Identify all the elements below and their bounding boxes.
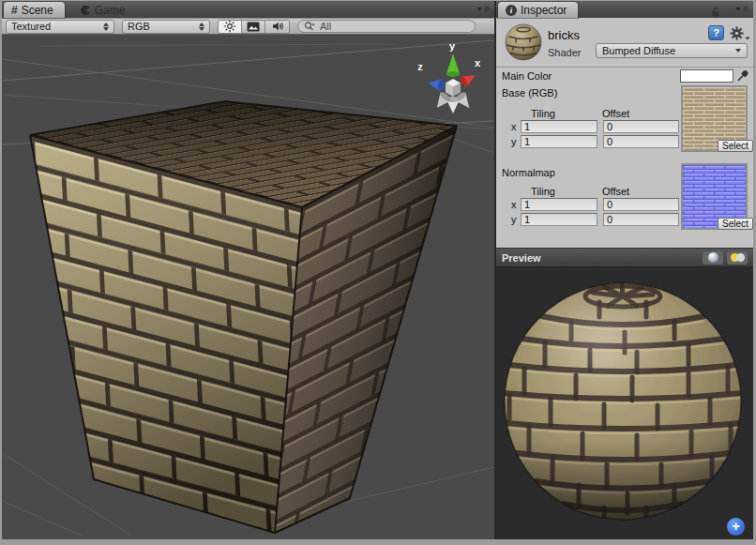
color-mode-value: RGB	[128, 21, 150, 32]
scene-toggle-group	[218, 20, 290, 34]
preview-lighting-button[interactable]	[727, 251, 748, 265]
header-divider	[496, 67, 753, 68]
scene-lighting-button[interactable]	[219, 21, 242, 33]
unity-editor-window: # Scene Game ≡ Textured RGB	[0, 0, 756, 545]
menu-lines-icon: ≡	[484, 5, 489, 14]
chevron-down-icon	[735, 8, 741, 11]
tab-inspector[interactable]: i Inspector	[498, 2, 578, 18]
gizmo-x-label: x	[475, 57, 481, 68]
normal-offset-x-field[interactable]	[603, 198, 679, 211]
scene-panel: # Scene Game ≡ Textured RGB	[2, 1, 494, 539]
scene-grid-icon: #	[11, 4, 18, 17]
base-offset-y-field[interactable]	[603, 135, 679, 148]
tab-game-label: Game	[95, 4, 126, 17]
preview-mesh-button[interactable]	[703, 251, 723, 265]
popup-arrows-icon	[199, 23, 204, 31]
brick-cube	[30, 101, 457, 533]
sun-icon	[223, 20, 236, 33]
normalmap-label: Normalmap	[502, 167, 555, 178]
gear-icon[interactable]	[730, 26, 750, 40]
inspector-panel: i Inspector ≡	[496, 1, 753, 539]
tab-inspector-label: Inspector	[521, 4, 567, 17]
normal-offset-y-field[interactable]	[603, 213, 679, 226]
gizmo-z-cone	[427, 77, 445, 92]
gizmo-z-label: z	[417, 61, 423, 72]
normalmap-select-button[interactable]: Select	[718, 218, 753, 230]
material-sphere-thumbnail	[505, 23, 542, 61]
game-icon	[80, 5, 91, 16]
shader-dropdown[interactable]: Bumped Diffuse	[596, 43, 748, 58]
info-icon: i	[506, 5, 517, 16]
main-color-swatch[interactable]	[680, 69, 733, 83]
base-offset-header: Offset	[602, 108, 629, 119]
lighting-toggle-icon	[731, 253, 745, 263]
normal-x-label: x	[511, 199, 517, 210]
main-color-label: Main Color	[502, 70, 552, 82]
normal-tiling-x-field[interactable]	[521, 198, 597, 211]
add-button[interactable]: +	[727, 518, 745, 536]
render-mode-dropdown[interactable]: Textured	[6, 20, 114, 34]
speaker-icon	[271, 20, 284, 33]
eyedropper-icon[interactable]	[736, 68, 749, 83]
preview-sphere	[496, 267, 753, 539]
normal-y-label: y	[511, 214, 517, 225]
chevron-down-icon	[746, 37, 750, 39]
base-tiling-y-field[interactable]	[521, 135, 597, 148]
preview-header[interactable]: Preview	[496, 248, 753, 267]
gizmo-x-cone	[459, 70, 478, 88]
material-name: bricks	[548, 28, 580, 42]
shader-label: Shader	[548, 47, 581, 58]
normal-tiling-y-field[interactable]	[521, 213, 597, 226]
search-input[interactable]	[320, 21, 461, 32]
tab-game[interactable]: Game	[72, 2, 137, 18]
preview-area[interactable]: +	[496, 267, 753, 539]
preview-title: Preview	[502, 252, 699, 264]
shader-value: Bumped Diffuse	[602, 45, 675, 56]
scene-toolbar: Textured RGB	[2, 18, 494, 35]
inspector-tabbar: i Inspector ≡	[496, 1, 753, 18]
base-select-button[interactable]: Select	[718, 140, 753, 152]
tab-scene-label: Scene	[22, 4, 53, 17]
color-mode-dropdown[interactable]: RGB	[122, 20, 210, 34]
chevron-down-icon	[735, 49, 741, 53]
material-inspector: bricks Shader Bumped Diffuse ?	[496, 18, 753, 248]
menu-lines-icon: ≡	[743, 5, 748, 14]
render-mode-value: Textured	[11, 21, 51, 32]
inspector-panel-menu-icon[interactable]: ≡	[735, 5, 748, 14]
scene-audio-button[interactable]	[265, 21, 289, 33]
scene-tabbar: # Scene Game ≡	[2, 1, 494, 18]
base-rgb-label: Base (RGB)	[502, 87, 557, 98]
search-icon	[304, 21, 317, 32]
tab-scene[interactable]: # Scene	[4, 2, 65, 18]
normal-offset-header: Offset	[602, 186, 629, 197]
normal-tiling-header: Tiling	[531, 186, 555, 197]
gizmo-y-label: y	[449, 40, 456, 52]
image-icon	[247, 22, 260, 32]
scene-panel-menu-icon[interactable]: ≡	[476, 5, 489, 14]
help-icon[interactable]: ?	[708, 25, 724, 40]
scene-skybox-button[interactable]	[242, 21, 265, 33]
base-x-label: x	[511, 121, 517, 132]
base-tiling-header: Tiling	[531, 108, 555, 119]
base-offset-x-field[interactable]	[603, 120, 679, 133]
base-y-label: y	[511, 136, 517, 147]
sphere-icon	[708, 252, 718, 263]
base-tiling-x-field[interactable]	[521, 120, 597, 133]
popup-arrows-icon	[103, 23, 109, 31]
scene-viewport[interactable]: y x z	[2, 35, 494, 539]
gizmo-y-cone	[446, 53, 460, 77]
chevron-down-icon	[476, 8, 482, 11]
search-field[interactable]	[297, 20, 476, 33]
scene-gizmo: y x z	[417, 40, 481, 114]
